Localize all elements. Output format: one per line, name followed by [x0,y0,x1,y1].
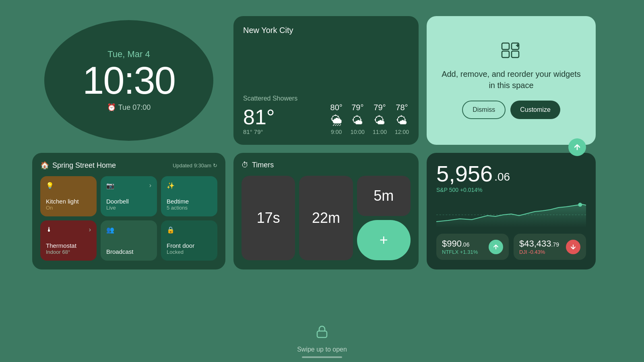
svg-point-6 [578,203,582,207]
device-icon: 👥 [106,226,151,234]
clock-time: 10:30 [83,61,175,100]
forecast-item-2: 79° 🌤 11:00 [373,103,387,135]
device-status: Locked [167,249,212,255]
device-icon: 🌡 [46,226,52,233]
smarthome-header: 🏠 Spring Street Home Updated 9:30am ↻ [40,161,217,170]
bottom-section: Swipe up to open [297,325,347,358]
timer-value-1: 22m [312,210,340,226]
clock-alarm: ⏰ Tue 07:00 [107,103,151,112]
device-name: Broadcast [106,248,151,255]
device-name: Bedtime [167,198,212,205]
timer-22m[interactable]: 22m [299,176,353,260]
stock-change-up [489,240,503,254]
refresh-icon[interactable]: ↻ [213,162,217,169]
device-status: On [46,205,91,211]
timers-grid: 17s 22m 5m + [242,176,411,260]
svg-rect-3 [512,51,519,58]
stock-price-0: $990.06 [442,239,478,249]
timers-header: ⏱ Timers [242,161,411,169]
arrow-icon: › [89,226,91,233]
device-icon: 📷 [106,182,114,189]
forecast-item-1: 79° 🌤 10:00 [351,103,365,135]
forecast-item: 80° 🌦 9:00 [330,103,343,135]
timer-value-2: 5m [374,187,394,204]
widget-promo-icon [501,42,521,62]
clock-face: Tue, Mar 4 10:30 ⏰ Tue 07:00 [44,20,213,141]
device-icon: 🔒 [167,226,212,234]
device-name: Front door [167,242,212,249]
stocks-widget: 5,956.06 S&P 500 +0.014% [427,153,596,269]
device-icon: 💡 [46,182,91,189]
timer-value-0: 17s [257,210,280,226]
device-name: Doorbell [106,198,151,205]
widget-promo-buttons: Dismiss Customize [462,101,560,119]
stocks-chart [436,200,586,228]
svg-rect-0 [502,43,509,49]
device-kitchen-light[interactable]: 💡 Kitchen light On [40,176,97,216]
widget-promo: Add, remove, and reorder your widgets in… [427,16,596,145]
timers-widget: ⏱ Timers 17s 22m 5m + [233,153,419,269]
lock-icon [315,325,329,343]
device-doorbell[interactable]: 📷 › Doorbell Live [101,176,157,216]
clock-widget: Tue, Mar 4 10:30 ⏰ Tue 07:00 [32,16,225,145]
arrow-icon: › [149,182,151,189]
svg-marker-5 [436,204,586,228]
smarthome-updated: Updated 9:30am ↻ [173,162,217,169]
timer-17s[interactable]: 17s [242,176,295,260]
weather-condition: Scattered Showers [243,95,409,102]
stock-price-1: $43,433.79 [519,239,559,249]
stocks-bottom: $990.06 NTFLX +1.31% $43,433.79 DJI -0.4… [436,234,586,260]
forecast-time-0: 9:00 [331,129,342,135]
stock-name-1: DJI -0.43% [519,249,559,255]
smarthome-grid: 💡 Kitchen light On 📷 › Doorbell Live [40,176,217,261]
timer-add-button[interactable]: + [357,220,411,260]
stocks-index: S&P 500 +0.014% [436,187,510,193]
add-icon: + [380,232,388,249]
stocks-main-value: 5,956.06 [436,162,510,185]
device-icon: ✨ [167,182,212,189]
widget-promo-text: Add, remove, and reorder your widgets in… [438,68,584,91]
weather-city: New York City [243,26,409,35]
swipe-text: Swipe up to open [297,346,347,353]
device-status: 5 actions [167,205,212,211]
home-icon: 🏠 [40,161,49,170]
device-front-door[interactable]: 🔒 Front door Locked [161,220,217,261]
clock-date: Tue, Mar 4 [107,49,150,60]
customize-button[interactable]: Customize [510,101,560,119]
swipe-bar [302,356,342,358]
weather-range: 81° 79° [243,128,275,135]
device-status: Live [106,205,151,211]
svg-rect-7 [317,331,327,337]
stock-ntflx: $990.06 NTFLX +1.31% [436,234,509,260]
stocks-up-button[interactable] [568,138,586,156]
device-thermostat[interactable]: 🌡 › Thermostat Indoor 68° [40,220,97,261]
weather-temp: 81° [243,107,275,128]
device-name: Thermostat [46,242,91,249]
forecast-temp-0: 80° [330,103,343,112]
forecast-item-3: 78° 🌤 12:00 [395,103,409,135]
alarm-icon: ⏰ [107,103,116,112]
device-broadcast[interactable]: 👥 Broadcast [101,220,157,261]
device-status: Indoor 68° [46,249,91,255]
weather-widget: New York City Scattered Showers 81° 81° … [233,16,419,145]
timer-icon: ⏱ [242,161,249,169]
dismiss-button[interactable]: Dismiss [462,101,506,119]
forecast-icon-0: 🌦 [331,114,342,127]
timer-5m[interactable]: 5m [357,176,411,216]
device-bedtime[interactable]: ✨ Bedtime 5 actions [161,176,217,216]
smarthome-title: 🏠 Spring Street Home [40,161,116,170]
device-name: Kitchen light [46,198,91,205]
svg-rect-2 [502,51,509,58]
stock-dji: $43,433.79 DJI -0.43% [514,234,586,260]
stock-change-down [566,240,580,254]
weather-forecast: 80° 🌦 9:00 79° 🌤 10:00 79° 🌤 11:0 [330,103,409,135]
smarthome-widget: 🏠 Spring Street Home Updated 9:30am ↻ 💡 … [32,153,225,269]
stock-name-0: NTFLX +1.31% [442,249,478,255]
